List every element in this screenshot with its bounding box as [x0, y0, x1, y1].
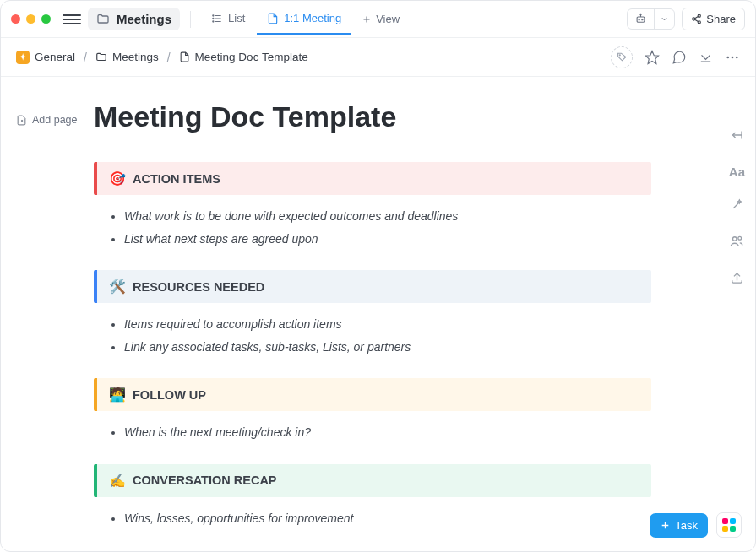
list-icon: [211, 13, 223, 24]
chevron-down-icon: [660, 14, 669, 24]
page-body: Add page Meeting Doc Template 🎯 ACTION I…: [1, 77, 755, 537]
section-resources[interactable]: 🛠️ RESOURCES NEEDED: [94, 270, 651, 303]
crumb-doc[interactable]: Meeting Doc Template: [179, 51, 308, 63]
maximize-window-icon[interactable]: [41, 14, 51, 24]
list-item[interactable]: Wins, losses, opportunities for improvem…: [124, 507, 651, 530]
window-controls: [11, 14, 51, 24]
svg-point-22: [726, 56, 729, 58]
upload-icon: [730, 271, 744, 285]
svg-line-16: [695, 17, 699, 19]
svg-point-4: [213, 18, 214, 19]
outdent-button[interactable]: [729, 127, 744, 146]
action-items-list[interactable]: What work is to be done with expected ou…: [94, 195, 651, 270]
tab-list[interactable]: List: [201, 3, 255, 35]
add-page-label: Add page: [32, 114, 78, 126]
task-label: Task: [675, 519, 698, 532]
crumb-separator: /: [84, 51, 87, 64]
recap-list[interactable]: Wins, losses, opportunities for improvem…: [94, 497, 651, 537]
menu-toggle-button[interactable]: [63, 10, 81, 29]
comment-button[interactable]: [672, 50, 687, 65]
separator: [190, 11, 191, 28]
resources-list[interactable]: Items required to accomplish action item…: [94, 303, 651, 378]
svg-point-24: [736, 56, 738, 58]
add-view-label: View: [376, 13, 400, 25]
more-icon: [725, 50, 740, 65]
app-grid-icon: [730, 526, 736, 532]
share-icon: [691, 14, 702, 24]
plus-icon: [660, 520, 671, 531]
folder-icon: [96, 13, 110, 26]
typography-button[interactable]: Aa: [729, 165, 745, 179]
share-button[interactable]: Share: [682, 8, 745, 30]
people-icon: [729, 234, 744, 249]
download-icon: [699, 50, 713, 64]
folder-chip[interactable]: Meetings: [88, 8, 180, 30]
target-icon: 🎯: [109, 170, 126, 187]
upload-button[interactable]: [730, 271, 744, 289]
ai-dropdown-button[interactable]: [654, 9, 674, 29]
breadcrumb-bar: ✦ General / Meetings / Meeting Doc Templ…: [1, 38, 755, 77]
chat-icon: [672, 50, 687, 65]
svg-point-3: [213, 14, 214, 15]
section-action-items[interactable]: 🎯 ACTION ITEMS: [94, 162, 651, 195]
magic-button[interactable]: [730, 198, 744, 215]
followup-list[interactable]: When is the next meeting/check in?: [94, 411, 651, 464]
share-label: Share: [706, 13, 736, 25]
topbar-right: Share: [627, 8, 745, 30]
folder-label: Meetings: [117, 12, 171, 26]
favorite-button[interactable]: [645, 50, 660, 65]
add-page-button[interactable]: Add page: [16, 114, 94, 126]
list-item[interactable]: When is the next meeting/check in?: [124, 421, 651, 444]
svg-point-10: [642, 19, 643, 20]
top-toolbar: Meetings List 1:1 Meeting View Share: [1, 1, 755, 38]
crumb-separator: /: [167, 51, 171, 64]
breadcrumb-actions: [611, 46, 740, 68]
minimize-window-icon[interactable]: [26, 14, 35, 24]
tab-meeting[interactable]: 1:1 Meeting: [257, 3, 351, 35]
svg-point-12: [640, 14, 641, 14]
document-content[interactable]: Meeting Doc Template 🎯 ACTION ITEMS What…: [94, 77, 702, 537]
add-view-button[interactable]: View: [353, 8, 408, 30]
app-grid-icon: [730, 518, 736, 524]
section-heading: CONVERSATION RECAP: [133, 474, 277, 487]
plus-icon: [362, 14, 372, 24]
export-button[interactable]: [699, 50, 713, 64]
svg-marker-19: [646, 51, 659, 63]
close-window-icon[interactable]: [11, 14, 20, 24]
crumb-general[interactable]: ✦ General: [16, 51, 75, 64]
svg-point-14: [693, 18, 695, 20]
crumb-meetings-label: Meetings: [112, 51, 159, 63]
tag-icon: [617, 51, 628, 62]
outdent-icon: [729, 127, 744, 143]
writing-icon: ✍️: [109, 473, 126, 489]
apps-button[interactable]: [716, 512, 742, 538]
workspace-badge-icon: ✦: [16, 51, 30, 64]
new-task-button[interactable]: Task: [650, 513, 708, 538]
tab-list-label: List: [228, 12, 245, 24]
tab-meeting-label: 1:1 Meeting: [284, 12, 341, 24]
collab-button[interactable]: [729, 234, 744, 252]
section-recap[interactable]: ✍️ CONVERSATION RECAP: [94, 464, 651, 497]
section-heading: RESOURCES NEEDED: [133, 280, 264, 294]
svg-point-15: [698, 21, 700, 24]
list-item[interactable]: List what next steps are agreed upon: [124, 228, 651, 251]
svg-point-31: [738, 236, 742, 240]
list-item[interactable]: Items required to accomplish action item…: [124, 313, 651, 336]
tag-button[interactable]: [611, 46, 633, 68]
page-title[interactable]: Meeting Doc Template: [94, 100, 651, 133]
section-heading: FOLLOW UP: [133, 388, 206, 402]
add-page-icon: [16, 115, 27, 126]
crumb-doc-label: Meeting Doc Template: [195, 51, 308, 63]
folder-icon: [95, 51, 107, 63]
list-item[interactable]: What work is to be done with expected ou…: [124, 205, 651, 228]
list-item[interactable]: Link any associated tasks, sub-tasks, Li…: [124, 336, 651, 359]
section-followup[interactable]: 🧑‍💻 FOLLOW UP: [94, 378, 651, 411]
more-button[interactable]: [725, 50, 740, 65]
person-icon: 🧑‍💻: [109, 387, 126, 403]
left-gutter: Add page: [1, 77, 94, 537]
crumb-meetings[interactable]: Meetings: [95, 51, 159, 63]
svg-point-5: [213, 20, 214, 21]
tools-icon: 🛠️: [109, 279, 126, 295]
ai-button[interactable]: [628, 9, 654, 29]
svg-point-13: [698, 14, 700, 17]
